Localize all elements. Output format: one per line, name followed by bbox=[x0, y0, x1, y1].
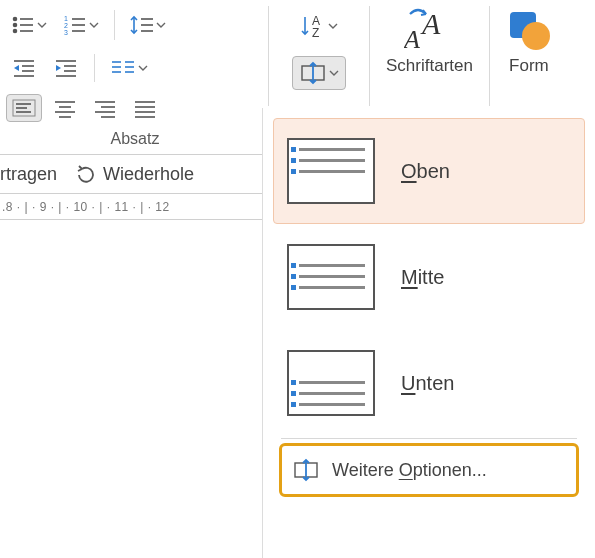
chevron-down-icon bbox=[37, 22, 47, 28]
more-options-label: Weitere Optionen... bbox=[332, 460, 487, 481]
align-bottom-option[interactable]: Unten bbox=[273, 330, 585, 436]
svg-point-0 bbox=[14, 18, 17, 21]
chevron-down-icon bbox=[329, 70, 339, 76]
sort-button[interactable]: AZ bbox=[295, 10, 343, 42]
svg-text:3: 3 bbox=[64, 29, 68, 35]
align-middle-label: Mitte bbox=[401, 266, 444, 289]
fonts-button[interactable]: AA Schriftarten bbox=[374, 6, 485, 76]
bullet-list-button[interactable] bbox=[6, 11, 52, 39]
paragraph-row-3 bbox=[6, 92, 264, 128]
align-right-button[interactable] bbox=[88, 94, 122, 122]
paragraph-row-1: 123 bbox=[6, 6, 264, 50]
chevron-down-icon bbox=[328, 23, 338, 29]
align-justify-button[interactable] bbox=[128, 94, 162, 122]
increase-indent-button[interactable] bbox=[48, 54, 84, 82]
chevron-down-icon bbox=[138, 65, 148, 71]
shapes-label: Form bbox=[509, 56, 549, 76]
align-left-button[interactable] bbox=[6, 94, 42, 122]
align-center-button[interactable] bbox=[48, 94, 82, 122]
vertical-align-button[interactable] bbox=[292, 56, 346, 90]
align-bottom-thumb bbox=[287, 350, 375, 416]
align-top-thumb bbox=[287, 138, 375, 204]
numbered-list-button[interactable]: 123 bbox=[58, 11, 104, 39]
svg-text:Z: Z bbox=[312, 26, 319, 38]
align-top-option[interactable]: Oben bbox=[273, 118, 585, 224]
paragraph-row-2 bbox=[6, 50, 264, 92]
fonts-label: Schriftarten bbox=[386, 56, 473, 76]
shapes-button[interactable]: Form bbox=[494, 6, 552, 76]
align-middle-option[interactable]: Mitte bbox=[273, 224, 585, 330]
columns-button[interactable] bbox=[105, 55, 153, 81]
align-bottom-label: Unten bbox=[401, 372, 454, 395]
more-options-item[interactable]: Weitere Optionen... bbox=[279, 443, 579, 497]
dropdown-separator bbox=[281, 438, 577, 439]
svg-point-51 bbox=[522, 22, 550, 50]
decrease-indent-button[interactable] bbox=[6, 54, 42, 82]
redo-icon bbox=[75, 163, 97, 185]
svg-text:2: 2 bbox=[64, 22, 68, 29]
paragraph-group-label: Absatz bbox=[6, 128, 264, 148]
chevron-down-icon bbox=[156, 22, 166, 28]
svg-text:1: 1 bbox=[64, 15, 68, 22]
align-top-label: Oben bbox=[401, 160, 450, 183]
chevron-down-icon bbox=[89, 22, 99, 28]
vertical-align-icon bbox=[292, 458, 320, 482]
line-spacing-button[interactable] bbox=[125, 10, 171, 40]
vertical-align-dropdown: Oben Mitte Unten Weitere Optionen... bbox=[262, 108, 595, 558]
align-middle-thumb bbox=[287, 244, 375, 310]
svg-text:A: A bbox=[404, 25, 420, 52]
redo-button[interactable]: Wiederhole bbox=[75, 163, 194, 185]
svg-point-2 bbox=[14, 24, 17, 27]
svg-point-4 bbox=[14, 30, 17, 33]
undo-button-partial[interactable]: rtragen bbox=[0, 164, 57, 185]
